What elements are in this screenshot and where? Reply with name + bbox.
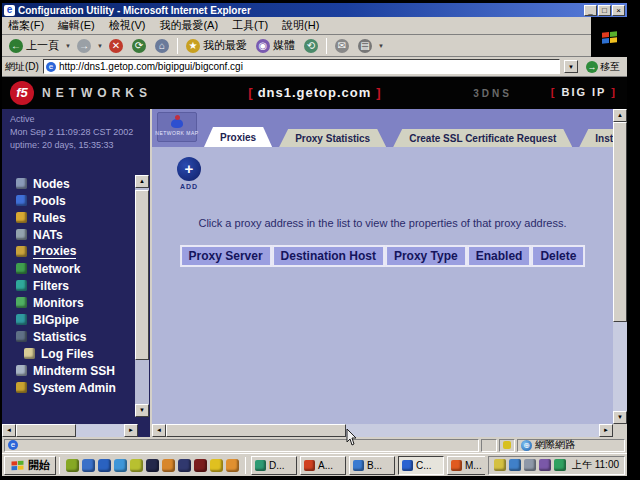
sidebar-item-nats[interactable]: NATs	[2, 226, 133, 243]
print-button[interactable]: ▤	[355, 38, 375, 54]
sidebar-item-proxies[interactable]: Proxies	[2, 243, 133, 260]
quicklaunch-icon-10[interactable]	[210, 459, 223, 472]
back-button[interactable]: ← 上一頁	[6, 37, 62, 54]
windows-flag-icon	[602, 31, 617, 44]
history-button[interactable]: ⟲	[301, 38, 321, 54]
quicklaunch-icon-6[interactable]	[146, 459, 159, 472]
minimize-button[interactable]: _	[584, 5, 597, 16]
scroll-up-icon[interactable]: ▲	[613, 109, 627, 122]
tab-create-ssl-certificate-request[interactable]: Create SSL Certificate Request	[393, 129, 572, 147]
quicklaunch-icon-11[interactable]	[226, 459, 239, 472]
task-label: C...	[416, 460, 432, 471]
tray-agent-icon[interactable]	[554, 459, 566, 471]
quicklaunch-icon-7[interactable]	[162, 459, 175, 472]
tab-proxies[interactable]: Proxies	[204, 127, 272, 147]
address-input[interactable]: e http://dns1.getop.com/bigipgui/bigconf…	[43, 59, 560, 74]
media-button[interactable]: ◉ 媒體	[253, 37, 298, 54]
task-button-1[interactable]: D...	[251, 456, 297, 475]
close-button[interactable]: ×	[612, 5, 625, 16]
scroll-left-icon[interactable]: ◄	[152, 424, 166, 437]
sidebar-vertical-scrollbar[interactable]: ▲ ▼	[135, 175, 149, 417]
quicklaunch-icon-3[interactable]	[98, 459, 111, 472]
ie-logo-icon: e	[4, 5, 15, 16]
zone-label: 網際網路	[535, 438, 575, 452]
add-proxy-button[interactable]: + ADD	[168, 157, 210, 190]
tab-install-ssl-certificate[interactable]: Install SSL Certifi	[579, 129, 613, 147]
sidebar-item-log-files[interactable]: Log Files	[2, 345, 133, 362]
sidebar-item-system-admin[interactable]: System Admin	[2, 379, 133, 396]
sidebar-item-monitors[interactable]: Monitors	[2, 294, 133, 311]
main-horizontal-scrollbar[interactable]: ◄ ►	[152, 424, 613, 437]
menu-file[interactable]: 檔案(F)	[8, 18, 44, 33]
print-dropdown-icon[interactable]: ▼	[378, 43, 384, 49]
forward-button[interactable]: →	[74, 38, 94, 54]
sidebar-item-nodes[interactable]: Nodes	[2, 175, 133, 192]
home-button[interactable]: ⌂	[152, 38, 172, 54]
main-vertical-scrollbar[interactable]: ▲ ▼	[613, 109, 627, 424]
stop-button[interactable]: ✕	[106, 38, 126, 54]
tray-network-icon[interactable]	[509, 459, 521, 471]
menu-help[interactable]: 說明(H)	[282, 18, 319, 33]
navigation-sidebar: Active Mon Sep 2 11:09:28 CST 2002 uptim…	[2, 109, 152, 437]
toolbar-separator	[326, 38, 327, 54]
address-dropdown-icon[interactable]: ▼	[564, 60, 578, 73]
taskbar-separator	[59, 457, 60, 474]
quicklaunch-icon-1[interactable]	[66, 459, 79, 472]
sidebar-horizontal-scrollbar[interactable]: ◄ ►	[2, 424, 138, 437]
log-files-icon	[24, 348, 35, 359]
menu-view[interactable]: 檢視(V)	[109, 18, 146, 33]
sidebar-item-network[interactable]: Network	[2, 260, 133, 277]
scrollbar-thumb[interactable]	[135, 190, 149, 360]
sidebar-item-filters[interactable]: Filters	[2, 277, 133, 294]
home-icon: ⌂	[155, 39, 169, 53]
refresh-icon: ⟳	[132, 39, 146, 53]
network-map-button[interactable]: NETWORK MAP	[157, 112, 197, 142]
quicklaunch-icon-9[interactable]	[194, 459, 207, 472]
back-dropdown-icon[interactable]: ▼	[65, 43, 71, 49]
scrollbar-thumb[interactable]	[613, 122, 627, 322]
task-button-3[interactable]: B...	[349, 456, 395, 475]
scroll-left-icon[interactable]: ◄	[2, 424, 16, 437]
network-icon	[16, 263, 27, 274]
task-icon	[402, 460, 413, 471]
scroll-down-icon[interactable]: ▼	[613, 411, 627, 424]
task-button-5[interactable]: M...	[447, 456, 485, 475]
tab-proxy-statistics[interactable]: Proxy Statistics	[279, 129, 386, 147]
start-button[interactable]: 開始	[4, 456, 56, 475]
sidebar-item-bigpipe[interactable]: BIGpipe	[2, 311, 133, 328]
scroll-down-icon[interactable]: ▼	[135, 404, 149, 417]
sidebar-item-pools[interactable]: Pools	[2, 192, 133, 209]
sidebar-item-mindterm-ssh[interactable]: Mindterm SSH	[2, 362, 133, 379]
quicklaunch-icon-8[interactable]	[178, 459, 191, 472]
refresh-button[interactable]: ⟳	[129, 38, 149, 54]
tray-app-icon[interactable]	[539, 459, 551, 471]
scrollbar-thumb[interactable]	[16, 424, 76, 437]
favorites-button[interactable]: ★ 我的最愛	[183, 37, 250, 54]
mail-button[interactable]: ✉	[332, 38, 352, 54]
status-security-panel	[499, 439, 515, 452]
scroll-up-icon[interactable]: ▲	[135, 175, 149, 188]
tab-band: NETWORK MAP Proxies Proxy Statistics Cre…	[152, 109, 613, 147]
tray-display-icon[interactable]	[524, 459, 536, 471]
scroll-right-icon[interactable]: ►	[599, 424, 613, 437]
menu-edit[interactable]: 編輯(E)	[58, 18, 95, 33]
task-button-2[interactable]: A...	[300, 456, 346, 475]
pools-icon	[16, 195, 27, 206]
system-tray: 上午 11:00	[488, 456, 625, 475]
tray-volume-icon[interactable]	[494, 459, 506, 471]
go-button[interactable]: → 移至	[582, 60, 624, 74]
task-button-4-active[interactable]: C...	[398, 456, 444, 475]
menu-favorites[interactable]: 我的最愛(A)	[159, 18, 218, 33]
scrollbar-thumb[interactable]	[166, 424, 346, 437]
quicklaunch-icon-5[interactable]	[130, 459, 143, 472]
menu-tools[interactable]: 工具(T)	[232, 18, 268, 33]
scroll-right-icon[interactable]: ►	[124, 424, 138, 437]
add-plus-icon[interactable]: +	[177, 157, 201, 181]
quicklaunch-icon-4[interactable]	[114, 459, 127, 472]
forward-dropdown-icon[interactable]: ▼	[97, 43, 103, 49]
sidebar-item-rules[interactable]: Rules	[2, 209, 133, 226]
mail-icon: ✉	[335, 39, 349, 53]
quicklaunch-icon-2[interactable]	[82, 459, 95, 472]
maximize-button[interactable]: □	[598, 5, 611, 16]
sidebar-item-statistics[interactable]: Statistics	[2, 328, 133, 345]
